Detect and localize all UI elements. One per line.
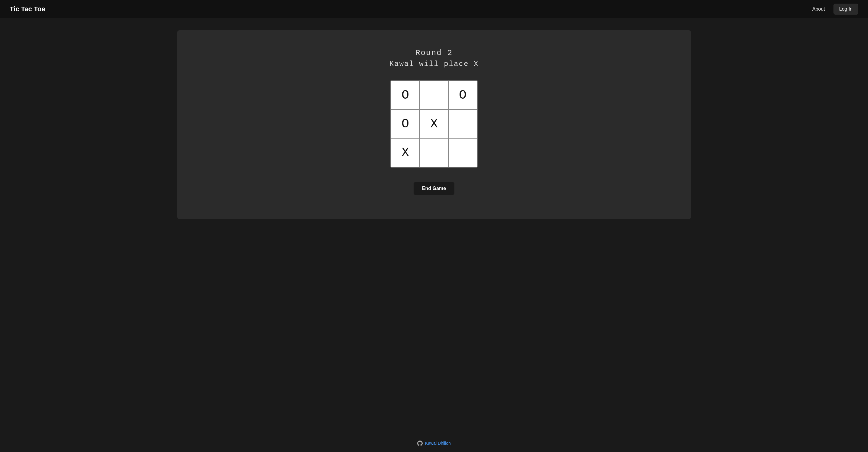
- cell-0-1[interactable]: [420, 81, 448, 110]
- end-game-button[interactable]: End Game: [413, 182, 455, 195]
- cell-2-1[interactable]: [420, 138, 448, 167]
- navbar: Tic Tac Toe About Log In: [0, 0, 868, 18]
- game-board: OOOXX: [390, 80, 478, 168]
- github-icon: [417, 441, 423, 446]
- round-label: Round 2: [390, 49, 478, 57]
- main-wrapper: Round 2 Kawal will place X OOOXX End Gam…: [0, 18, 868, 434]
- about-button[interactable]: About: [809, 4, 829, 14]
- cell-0-0[interactable]: O: [391, 81, 420, 110]
- cell-1-1[interactable]: X: [420, 110, 448, 138]
- cell-0-2[interactable]: O: [448, 81, 477, 110]
- nav-links: About Log In: [809, 4, 858, 15]
- content-card: Round 2 Kawal will place X OOOXX End Gam…: [177, 30, 691, 219]
- footer: Kawal Dhillon: [0, 434, 868, 452]
- login-button[interactable]: Log In: [834, 4, 858, 15]
- cell-2-0[interactable]: X: [391, 138, 420, 167]
- footer-github-link[interactable]: Kawal Dhillon: [425, 441, 451, 446]
- cell-1-0[interactable]: O: [391, 110, 420, 138]
- app-title: Tic Tac Toe: [10, 5, 45, 13]
- cell-1-2[interactable]: [448, 110, 477, 138]
- cell-2-2[interactable]: [448, 138, 477, 167]
- turn-label: Kawal will place X: [390, 60, 478, 68]
- round-info: Round 2 Kawal will place X: [390, 49, 478, 68]
